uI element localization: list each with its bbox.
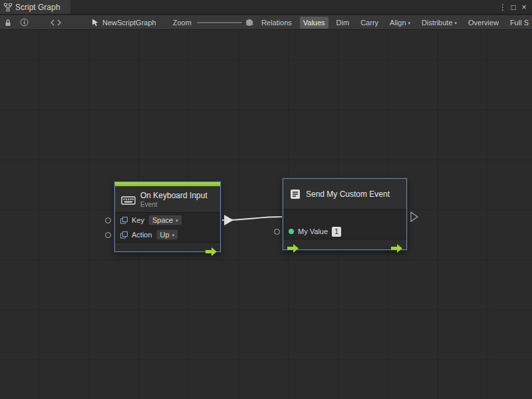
zoom-slider-handle[interactable] bbox=[246, 19, 253, 26]
graph-toolbar: NewScriptGraph Zoom 1x Relations Values … bbox=[0, 15, 532, 30]
graph-icon bbox=[4, 3, 12, 11]
zoom-slider[interactable] bbox=[197, 19, 242, 27]
node-header[interactable]: Send My Custom Event bbox=[283, 179, 406, 209]
outer-port-key[interactable] bbox=[105, 217, 111, 223]
flow-input-port[interactable] bbox=[287, 243, 299, 255]
node-on-keyboard-input[interactable]: On Keyboard Input Event Key Space ▾ bbox=[114, 182, 221, 252]
chevron-down-icon: ▾ bbox=[172, 233, 175, 238]
action-dropdown[interactable]: Up ▾ bbox=[156, 229, 179, 240]
key-dropdown-value: Space bbox=[152, 216, 173, 224]
port-label-my-value: My Value bbox=[298, 227, 328, 235]
lock-icon[interactable] bbox=[4, 19, 12, 27]
zoom-label: Zoom bbox=[173, 19, 192, 27]
connection-arrowhead-icon bbox=[224, 215, 233, 225]
flow-row bbox=[283, 209, 406, 224]
node-header[interactable]: On Keyboard Input Event bbox=[115, 186, 220, 213]
node-footer bbox=[283, 239, 406, 249]
values-button-label: Values bbox=[303, 19, 325, 27]
custom-event-icon bbox=[289, 188, 301, 200]
node-title: On Keyboard Input bbox=[140, 191, 207, 200]
node-title: Send My Custom Event bbox=[306, 190, 390, 199]
window-buttons: ⋮ □ × bbox=[497, 0, 532, 14]
fullscreen-button-label: Full S bbox=[510, 19, 529, 27]
overview-button[interactable]: Overview bbox=[465, 17, 502, 29]
dim-button-label: Dim bbox=[336, 19, 350, 27]
graph-breadcrumb[interactable]: NewScriptGraph bbox=[92, 19, 156, 27]
info-icon[interactable] bbox=[20, 18, 29, 27]
tab-bar: Script Graph ⋮ □ × bbox=[0, 0, 532, 15]
port-label-action: Action bbox=[132, 231, 152, 239]
tab-title: Script Graph bbox=[15, 3, 60, 12]
cursor-icon bbox=[92, 19, 99, 27]
port-row-action: Action Up ▾ bbox=[115, 227, 220, 242]
object-icon bbox=[120, 231, 128, 239]
flow-output-port[interactable] bbox=[391, 243, 402, 255]
wire-layer bbox=[0, 31, 532, 399]
flow-continue-triangle-icon[interactable] bbox=[411, 212, 418, 221]
action-dropdown-value: Up bbox=[160, 231, 170, 239]
close-icon[interactable]: × bbox=[519, 1, 529, 14]
script-graph-window: Script Graph ⋮ □ × bbox=[0, 0, 532, 399]
port-label-key: Key bbox=[132, 216, 144, 224]
graph-name: NewScriptGraph bbox=[102, 19, 156, 27]
outer-port-my-value[interactable] bbox=[274, 229, 280, 235]
node-send-my-custom-event[interactable]: Send My Custom Event My Value 1 bbox=[283, 178, 407, 250]
maximize-icon[interactable]: □ bbox=[508, 1, 519, 14]
graph-canvas[interactable]: On Keyboard Input Event Key Space ▾ bbox=[0, 31, 532, 399]
menu-icon[interactable]: ⋮ bbox=[497, 1, 508, 14]
code-chevrons-icon[interactable] bbox=[51, 19, 61, 26]
dim-button[interactable]: Dim bbox=[333, 17, 353, 29]
my-value-input[interactable]: 1 bbox=[332, 227, 341, 237]
keyboard-icon bbox=[121, 194, 136, 205]
connection-wire[interactable] bbox=[222, 217, 282, 220]
chevron-down-icon: ▾ bbox=[176, 218, 178, 223]
distribute-button-label: Distribute bbox=[422, 19, 452, 27]
port-row-key: Key Space ▾ bbox=[115, 213, 220, 227]
zoom-slider-track bbox=[197, 22, 242, 23]
carry-button-label: Carry bbox=[360, 19, 378, 27]
port-row-my-value: My Value 1 bbox=[283, 224, 406, 239]
distribute-button[interactable]: Distribute ▾ bbox=[418, 17, 460, 29]
values-button[interactable]: Values bbox=[300, 17, 329, 29]
key-dropdown[interactable]: Space ▾ bbox=[148, 215, 182, 225]
relations-button[interactable]: Relations bbox=[258, 17, 295, 29]
outer-port-action[interactable] bbox=[105, 232, 111, 238]
flow-output-port[interactable] bbox=[205, 247, 217, 259]
align-button[interactable]: Align ▾ bbox=[386, 17, 414, 29]
align-button-label: Align bbox=[390, 19, 406, 27]
chevron-down-icon: ▾ bbox=[408, 21, 411, 26]
relations-button-label: Relations bbox=[261, 19, 292, 27]
fullscreen-button[interactable]: Full S bbox=[507, 17, 532, 29]
node-subtitle: Event bbox=[140, 201, 207, 208]
overview-button-label: Overview bbox=[468, 19, 499, 27]
tab-script-graph[interactable]: Script Graph bbox=[0, 0, 70, 14]
chevron-down-icon: ▾ bbox=[455, 21, 458, 26]
carry-button[interactable]: Carry bbox=[357, 17, 382, 29]
object-icon bbox=[120, 217, 128, 224]
node-footer bbox=[115, 242, 220, 251]
value-port-icon[interactable] bbox=[289, 229, 294, 234]
